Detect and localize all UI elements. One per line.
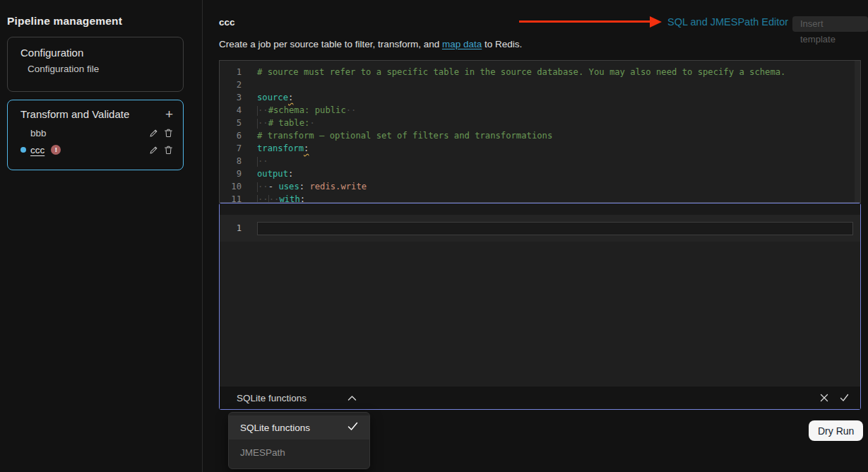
line-number: 3 [220, 91, 242, 104]
subtitle-text: Create a job per source table to filter,… [219, 39, 442, 49]
dropdown-option-sqlite-functions[interactable]: SQLite functions [229, 415, 369, 439]
expression-editor[interactable]: 1 SQLite functions [219, 203, 861, 410]
dropdown-option-label: SQLite functions [240, 423, 310, 433]
code-line: 3source: [220, 91, 860, 104]
red-arrow-line [519, 20, 650, 23]
page-title: ccc [219, 17, 235, 28]
dropdown-option-jmespath[interactable]: JMESPath [229, 439, 369, 466]
code-line: 5··# table:· [220, 117, 860, 129]
line-number: 5 [220, 117, 242, 129]
sidebar-title: Pipeline management [7, 15, 122, 28]
delete-trash-icon[interactable] [162, 144, 174, 155]
sidebar-item-configuration-file[interactable]: Configuration file [8, 64, 183, 74]
language-selector-label: SQLite functions [237, 393, 307, 403]
yaml-editor[interactable]: 1# source must refer to a specific table… [219, 60, 861, 203]
line-number: 10 [220, 180, 242, 193]
check-icon [347, 422, 358, 433]
apply-icon[interactable] [839, 393, 849, 403]
code-line: 8·· [220, 155, 860, 167]
expression-editor-margin [220, 203, 860, 215]
line-number: 7 [220, 142, 242, 155]
line-number: 9 [220, 167, 242, 180]
line-number: 6 [220, 129, 242, 142]
job-list: bbbccc! [8, 124, 183, 158]
transform-validate-card: Transform and Validate + bbbccc! [7, 100, 184, 170]
map-data-link[interactable]: map data [442, 39, 482, 49]
page-subtitle: Create a job per source table to filter,… [219, 39, 522, 49]
selected-job-dot [20, 147, 26, 153]
error-icon: ! [51, 145, 61, 155]
line-number: 11 [220, 193, 242, 203]
configuration-card: Configuration Configuration file [7, 37, 184, 92]
delete-trash-icon[interactable] [162, 127, 174, 138]
job-label[interactable]: ccc [30, 145, 44, 155]
sidebar-divider [202, 0, 203, 472]
edit-pencil-icon[interactable] [148, 127, 159, 138]
code-line: 4··#schema: public·· [220, 104, 860, 117]
chevron-up-icon [347, 395, 357, 401]
configuration-card-title: Configuration [8, 37, 183, 59]
code-line: 10··- uses: redis.write [220, 180, 860, 193]
pipeline-management-app: Pipeline management Configuration Config… [0, 0, 868, 472]
yaml-code-lines: 1# source must refer to a specific table… [220, 61, 860, 203]
expression-line-number: 1 [220, 223, 242, 233]
code-line: 1# source must refer to a specific table… [220, 66, 860, 78]
code-line: 11····with: [220, 193, 860, 203]
code-line: 2 [220, 78, 860, 91]
language-selector[interactable]: SQLite functions [237, 393, 357, 403]
line-number: 4 [220, 104, 242, 117]
transform-validate-card-title: Transform and Validate [20, 108, 129, 120]
code-line: 7transform: [220, 142, 860, 155]
subtitle-text-end: to Redis. [482, 39, 522, 49]
job-label[interactable]: bbb [30, 128, 47, 138]
language-dropdown: SQLite functionsJMESPath [228, 412, 370, 469]
line-number: 1 [220, 66, 242, 78]
sql-jmespath-editor-link[interactable]: SQL and JMESPath Editor [667, 16, 788, 28]
red-arrow-head-icon [650, 16, 662, 28]
dry-run-button[interactable]: Dry Run [809, 420, 863, 441]
dropdown-option-label: JMESPath [240, 447, 285, 458]
edit-pencil-icon[interactable] [148, 144, 159, 155]
job-row-bbb[interactable]: bbb [8, 124, 183, 141]
code-line: 6# transform – optional set of filters a… [220, 129, 860, 142]
insert-template-button[interactable]: Insert template [792, 16, 868, 32]
job-row-ccc[interactable]: ccc! [8, 141, 183, 158]
expression-input[interactable] [257, 222, 853, 235]
expression-line-row: 1 [220, 215, 860, 242]
cancel-icon[interactable] [819, 393, 829, 403]
line-number: 8 [220, 155, 242, 167]
add-job-button[interactable]: + [165, 109, 173, 120]
yaml-editor-scrollbar[interactable] [855, 61, 860, 202]
code-line: 9output: [220, 167, 860, 180]
line-number: 2 [220, 78, 242, 91]
expression-editor-toolbar: SQLite functions [220, 387, 860, 409]
